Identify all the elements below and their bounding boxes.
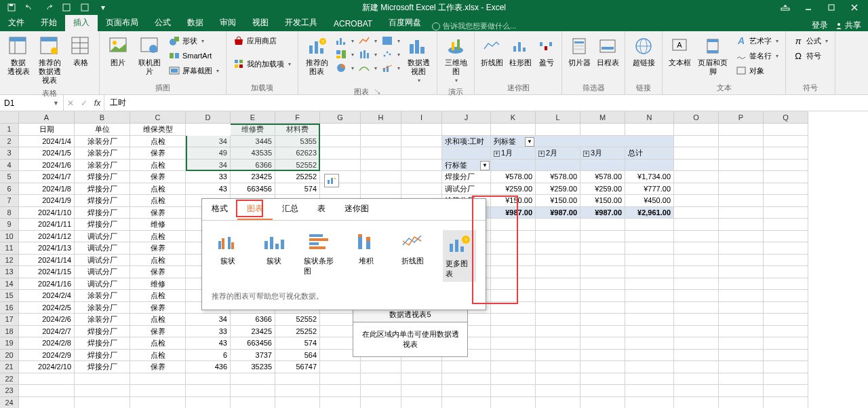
col-header[interactable]: K	[491, 111, 536, 124]
cell[interactable]: 列标签	[491, 136, 674, 148]
cell[interactable]: 2024/1/14	[19, 255, 75, 267]
col-header[interactable]: D	[186, 111, 231, 124]
cell[interactable]	[320, 147, 361, 160]
cell[interactable]: 保养	[130, 171, 186, 183]
cell[interactable]	[580, 373, 625, 386]
formula-input[interactable]: 工时	[104, 95, 868, 111]
cell[interactable]	[491, 314, 536, 326]
cell[interactable]: 2024/1/8	[19, 183, 75, 196]
col-header[interactable]: L	[536, 111, 580, 124]
row-header[interactable]: 12	[0, 255, 19, 267]
chart-map-icon[interactable]: ▾	[380, 34, 401, 48]
row-header[interactable]: 20	[0, 350, 19, 362]
cell[interactable]	[580, 219, 625, 231]
cell[interactable]	[764, 302, 808, 314]
name-box[interactable]: D1▼	[0, 95, 64, 111]
cell[interactable]: ¥578.00	[580, 171, 625, 183]
qa-tab-table[interactable]: 表	[308, 199, 335, 220]
qa-clustered-col2[interactable]: 簇状	[258, 230, 290, 282]
cell[interactable]	[625, 255, 674, 267]
qa-clustered-col[interactable]: 簇状	[212, 230, 244, 282]
cell[interactable]	[320, 397, 361, 409]
cell[interactable]	[442, 124, 491, 136]
cell[interactable]	[764, 397, 808, 409]
cell[interactable]: 2024/1/12	[19, 231, 75, 243]
cell[interactable]	[764, 373, 808, 386]
cell[interactable]	[674, 278, 719, 291]
cell[interactable]: 调试分厂	[75, 231, 130, 243]
cell[interactable]: 25252	[275, 171, 320, 183]
cell[interactable]: 6366	[231, 160, 275, 172]
cell[interactable]: 维修	[130, 219, 186, 231]
cell[interactable]	[536, 266, 580, 278]
cell[interactable]: 材料费	[275, 124, 320, 136]
row-header[interactable]: 18	[0, 326, 19, 338]
cell[interactable]	[674, 385, 719, 397]
cell[interactable]	[625, 242, 674, 255]
cell[interactable]	[401, 171, 442, 183]
cell[interactable]	[764, 337, 808, 350]
cell[interactable]	[536, 302, 580, 314]
cell[interactable]	[674, 255, 719, 267]
cell[interactable]: 23425	[231, 171, 275, 183]
cell[interactable]	[536, 350, 580, 362]
chart-line-icon[interactable]: ▾	[357, 34, 378, 48]
cell[interactable]: 单位	[75, 124, 130, 136]
cell[interactable]: 2024/1/15	[19, 266, 75, 278]
row-header[interactable]: 2	[0, 136, 19, 148]
tab-view[interactable]: 视图	[244, 14, 277, 31]
spreadsheet-grid[interactable]: ABCDEFGHIJKLMNOPQ 1234567891011121314151…	[0, 111, 868, 408]
cell[interactable]: 点检	[130, 195, 186, 207]
cell[interactable]: 焊接分厂	[75, 350, 130, 362]
cell[interactable]	[401, 160, 442, 172]
ribbon-options-icon[interactable]	[778, 3, 792, 12]
cell[interactable]	[719, 361, 764, 373]
cell[interactable]: ¥259.00	[536, 183, 580, 196]
cell[interactable]	[536, 337, 580, 350]
table-button[interactable]: 表格	[66, 34, 95, 69]
filter-dropdown-icon[interactable]: ▼	[525, 137, 534, 147]
cell[interactable]	[401, 397, 442, 409]
row-header[interactable]: 23	[0, 385, 19, 397]
cell[interactable]	[536, 231, 580, 243]
object-button[interactable]: 对象	[733, 64, 781, 77]
header-footer-button[interactable]: 页眉和页脚	[695, 34, 730, 77]
cell[interactable]	[491, 326, 536, 338]
cell[interactable]	[491, 361, 536, 373]
cell[interactable]	[764, 290, 808, 302]
cell[interactable]	[674, 183, 719, 196]
my-addins-button[interactable]: 我的加载项▾	[231, 57, 294, 71]
cell[interactable]	[491, 385, 536, 397]
cell[interactable]	[130, 397, 186, 409]
row-header[interactable]: 10	[0, 231, 19, 243]
cell[interactable]: 23425	[231, 326, 275, 338]
chart-hier-icon[interactable]: ▾	[334, 48, 355, 61]
textbox-button[interactable]: A文本框	[667, 34, 692, 69]
cell[interactable]: 2024/2/8	[19, 337, 75, 350]
cell[interactable]	[625, 361, 674, 373]
cell[interactable]	[130, 373, 186, 386]
cell[interactable]	[719, 385, 764, 397]
cell[interactable]: 33	[186, 326, 231, 338]
cell[interactable]	[674, 207, 719, 219]
cell[interactable]	[75, 385, 130, 397]
3d-map-button[interactable]: 三维地 图▾	[441, 34, 470, 86]
close-icon[interactable]	[848, 3, 861, 12]
qa-more-charts[interactable]: ?更多图表	[443, 230, 476, 282]
cell[interactable]	[536, 385, 580, 397]
cell[interactable]: 涂装分厂	[75, 136, 130, 148]
cell[interactable]	[536, 278, 580, 291]
cell[interactable]: 涂装分厂	[75, 160, 130, 172]
cell[interactable]: 点检	[130, 255, 186, 267]
cell[interactable]: 涂装分厂	[75, 147, 130, 160]
hyperlink-button[interactable]: 超链接	[629, 34, 658, 69]
cell[interactable]: ¥987.00	[536, 207, 580, 219]
cell[interactable]	[580, 290, 625, 302]
col-header[interactable]: Q	[764, 111, 808, 124]
cell[interactable]	[674, 266, 719, 278]
cell[interactable]: ¥150.00	[491, 195, 536, 207]
cell[interactable]	[491, 242, 536, 255]
row-header[interactable]: 14	[0, 278, 19, 291]
cell[interactable]: 2024/1/13	[19, 242, 75, 255]
cell[interactable]	[536, 397, 580, 409]
